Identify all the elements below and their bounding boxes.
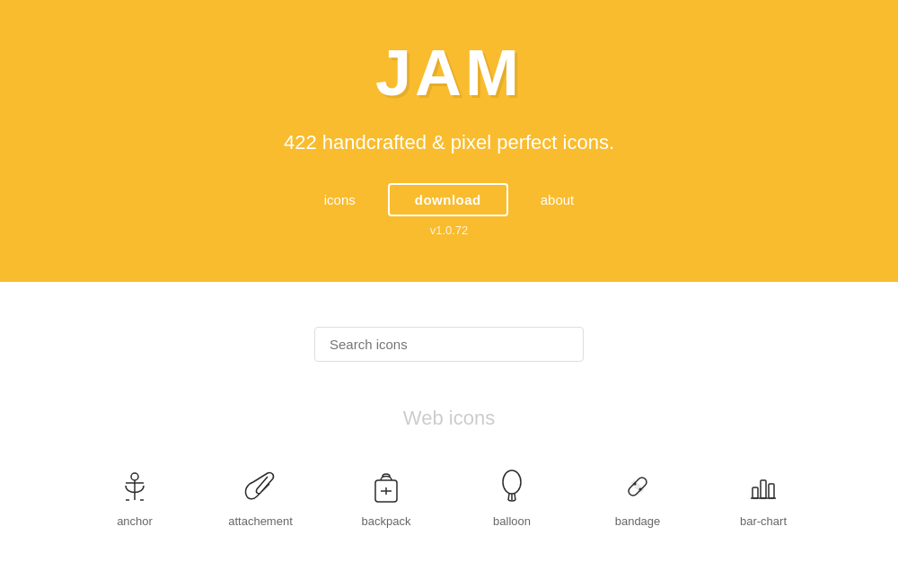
nav-icons[interactable]: icons xyxy=(324,192,356,207)
svg-rect-15 xyxy=(753,487,758,498)
icon-label-backpack: backpack xyxy=(362,514,411,528)
icon-bandage[interactable]: bandage xyxy=(602,466,674,528)
svg-rect-16 xyxy=(761,480,766,498)
balloon-icon xyxy=(492,466,532,505)
svg-point-13 xyxy=(639,488,642,491)
hero-nav: icons download about xyxy=(324,183,575,216)
search-input[interactable] xyxy=(314,327,584,362)
icon-label-balloon: balloon xyxy=(493,514,531,528)
icon-label-attachement: attachement xyxy=(228,514,293,528)
bandage-icon xyxy=(618,466,657,505)
hero-subtitle: 422 handcrafted & pixel perfect icons. xyxy=(284,131,614,154)
app-title: JAM xyxy=(375,36,523,110)
svg-rect-11 xyxy=(630,479,645,494)
backpack-icon xyxy=(366,466,406,505)
icon-attachement[interactable]: attachement xyxy=(224,466,296,528)
icon-label-bandage: bandage xyxy=(615,514,661,528)
icon-balloon[interactable]: balloon xyxy=(476,466,548,528)
icon-bar-chart[interactable]: bar-chart xyxy=(727,466,799,528)
icon-label-bar-chart: bar-chart xyxy=(740,514,787,528)
section-title: Web icons xyxy=(403,407,495,430)
svg-point-8 xyxy=(503,470,521,494)
icon-backpack[interactable]: backpack xyxy=(350,466,422,528)
hero-section: JAM 422 handcrafted & pixel perfect icon… xyxy=(0,0,898,282)
nav-about[interactable]: about xyxy=(541,192,575,207)
nav-download[interactable]: download xyxy=(388,183,508,216)
svg-point-0 xyxy=(131,473,138,480)
svg-rect-17 xyxy=(769,484,774,498)
attachement-icon xyxy=(241,466,280,505)
version-label: v1.0.72 xyxy=(430,224,469,237)
anchor-icon xyxy=(115,466,154,505)
icon-label-anchor: anchor xyxy=(117,514,153,528)
icons-section: Web icons anchor xyxy=(0,380,898,564)
svg-point-12 xyxy=(634,483,637,486)
bar-chart-icon xyxy=(744,466,783,505)
search-section xyxy=(0,282,898,380)
icon-anchor[interactable]: anchor xyxy=(99,466,171,528)
icons-grid: anchor attachement backpac xyxy=(99,466,799,528)
